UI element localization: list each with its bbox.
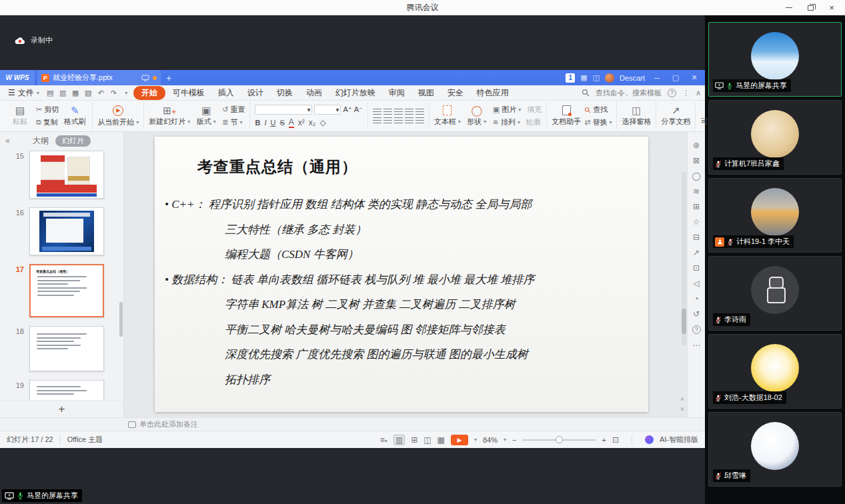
- add-slide-button[interactable]: +: [0, 400, 123, 417]
- section-button[interactable]: ≣节▾: [222, 117, 245, 127]
- skin-icon[interactable]: ◫: [593, 73, 600, 82]
- more-menu-icon[interactable]: ⋮: [682, 89, 690, 97]
- slide-thumbnail-15[interactable]: [29, 151, 104, 199]
- favorites-star-icon[interactable]: ☆: [693, 218, 700, 226]
- share-doc-button[interactable]: ↗分享文档: [661, 105, 690, 127]
- participant-tile[interactable]: 马昱的屏幕共享: [708, 22, 842, 97]
- notes-placeholder[interactable]: 单击此处添加备注: [139, 419, 198, 429]
- replace-button[interactable]: ⇄替换▾: [584, 117, 612, 127]
- presenter-view-button[interactable]: ▦: [438, 435, 445, 445]
- tab-design[interactable]: 设计: [241, 86, 269, 100]
- apps-icon[interactable]: ▦: [580, 73, 587, 82]
- subscript-button[interactable]: x₂: [309, 118, 316, 127]
- reading-view-button[interactable]: ◫: [424, 435, 431, 445]
- slide-sorter-view-button[interactable]: ⊞: [411, 435, 417, 445]
- font-color-button[interactable]: A: [289, 117, 294, 128]
- layers-icon[interactable]: ⊠: [693, 157, 700, 165]
- thumbnail-row-19[interactable]: 19: [0, 380, 123, 400]
- tab-outline[interactable]: 大纲: [33, 135, 49, 147]
- new-slide-button[interactable]: ⊞✳新建幻灯片▾: [149, 105, 190, 127]
- tab-slideshow[interactable]: 幻灯片放映: [329, 86, 381, 100]
- play-options-icon[interactable]: ▾: [474, 437, 477, 443]
- notes-toggle-icon[interactable]: ≡▾: [380, 435, 387, 445]
- strikethrough-button[interactable]: S: [279, 119, 284, 127]
- participant-tile[interactable]: 计算机7班吕家鑫: [708, 100, 842, 175]
- outline-button[interactable]: 轮廓: [526, 117, 541, 127]
- clear-format-icon[interactable]: ◇: [319, 118, 325, 127]
- fit-to-window-icon[interactable]: ⊡: [612, 435, 619, 445]
- find-button[interactable]: 查找: [584, 105, 612, 115]
- wps-close-button[interactable]: ✕: [688, 73, 701, 82]
- minimize-button[interactable]: [778, 0, 800, 15]
- slide-thumbnail-16[interactable]: [29, 207, 104, 255]
- increase-indent-icon[interactable]: [405, 109, 413, 115]
- decrease-font-icon[interactable]: A⁻: [354, 105, 363, 114]
- settings-sliders-icon[interactable]: ≋: [693, 187, 700, 195]
- zoom-options-icon[interactable]: ▾: [504, 437, 506, 443]
- theme-name[interactable]: Office 主题: [67, 435, 103, 445]
- font-size-select[interactable]: ▾: [314, 105, 341, 115]
- picture-button[interactable]: ▣图片▾填充: [493, 105, 542, 115]
- ai-layout-label[interactable]: AI-智能排版: [660, 435, 698, 445]
- history-icon[interactable]: ↺: [693, 310, 700, 318]
- wps-restore-button[interactable]: ▢: [669, 73, 682, 82]
- zoom-level[interactable]: 84%: [483, 436, 498, 444]
- tab-home[interactable]: 开始: [133, 86, 165, 100]
- reset-button[interactable]: ↺重置: [222, 105, 245, 115]
- tab-review[interactable]: 审阅: [383, 86, 411, 100]
- thumbnail-row-17[interactable]: 17 考查重点总结（通用）: [0, 264, 123, 317]
- participant-tile[interactable]: 刘浩-大数据18-02: [708, 334, 842, 409]
- compass-icon[interactable]: ◔: [694, 295, 698, 303]
- selection-pane-button[interactable]: ◫选择窗格: [622, 105, 651, 127]
- export-share-icon[interactable]: ↗: [693, 249, 700, 257]
- justify-icon[interactable]: [405, 117, 413, 123]
- thumbnail-row-18[interactable]: 18: [0, 326, 123, 371]
- distribute-icon[interactable]: [415, 117, 424, 123]
- thumbnail-scrollbar[interactable]: [119, 302, 123, 337]
- restore-button[interactable]: [800, 0, 821, 15]
- collapse-ribbon-icon[interactable]: ∧: [696, 89, 701, 97]
- redo-icon[interactable]: ↷: [108, 87, 119, 98]
- paste-button[interactable]: ▤粘贴: [7, 105, 33, 127]
- canvas-scrollbar[interactable]: [682, 172, 686, 345]
- collapse-panel-button[interactable]: «: [5, 136, 10, 145]
- tab-security[interactable]: 安全: [442, 86, 470, 100]
- copy-button[interactable]: ⧉复制: [36, 117, 59, 127]
- shape-tool-icon[interactable]: ◯: [692, 172, 700, 180]
- line-spacing-icon[interactable]: [415, 109, 424, 115]
- format-painter-button[interactable]: ✎格式刷: [62, 105, 87, 127]
- preview-icon[interactable]: ▧: [83, 87, 94, 98]
- slide-thumbnail-19[interactable]: [29, 380, 104, 400]
- image-tool-icon[interactable]: ⊡: [693, 264, 700, 272]
- wps-minimize-button[interactable]: ─: [650, 74, 664, 82]
- undo-icon[interactable]: ↶: [95, 87, 107, 98]
- gallery-icon[interactable]: ⊞: [693, 203, 700, 211]
- slide-thumbnail-17-current[interactable]: 考查重点总结（通用）: [29, 264, 104, 317]
- account-avatar[interactable]: [605, 73, 614, 83]
- speaker-icon[interactable]: ◁: [693, 279, 699, 287]
- search-command-hint[interactable]: 查找命令、搜索模板: [596, 88, 662, 98]
- zoom-out-button[interactable]: −: [512, 436, 516, 444]
- sidebar-help-icon[interactable]: ?: [692, 325, 701, 334]
- new-tab-button[interactable]: +: [161, 73, 177, 83]
- wps-logo[interactable]: WWPS: [0, 70, 35, 85]
- fill-button[interactable]: 填充: [527, 105, 542, 115]
- previous-slide-button[interactable]: ∧: [680, 396, 684, 402]
- increase-font-icon[interactable]: A⁺: [343, 105, 351, 114]
- play-from-current-button[interactable]: ▶从当前开始▾: [97, 105, 139, 127]
- more-tools-icon[interactable]: ⋯: [692, 341, 700, 349]
- bullet-list-icon[interactable]: [373, 109, 381, 115]
- canvas-scrollbar-thumb[interactable]: [682, 309, 686, 334]
- tab-transition[interactable]: 切换: [271, 86, 299, 100]
- zoom-in-button[interactable]: +: [602, 436, 606, 444]
- account-name[interactable]: Descart: [620, 74, 645, 82]
- tab-special-features[interactable]: 特色应用: [471, 86, 515, 100]
- tab-keniu-template[interactable]: 可牛模板: [167, 86, 211, 100]
- doc-assistant-button[interactable]: 文档助手: [552, 105, 581, 127]
- layout-button[interactable]: ▣版式▾: [193, 105, 219, 127]
- cut-button[interactable]: ✂剪切: [36, 105, 59, 115]
- tab-animation[interactable]: 动画: [300, 86, 328, 100]
- close-button[interactable]: ×: [821, 0, 842, 15]
- italic-button[interactable]: I: [264, 119, 266, 127]
- align-center-icon[interactable]: [383, 117, 392, 123]
